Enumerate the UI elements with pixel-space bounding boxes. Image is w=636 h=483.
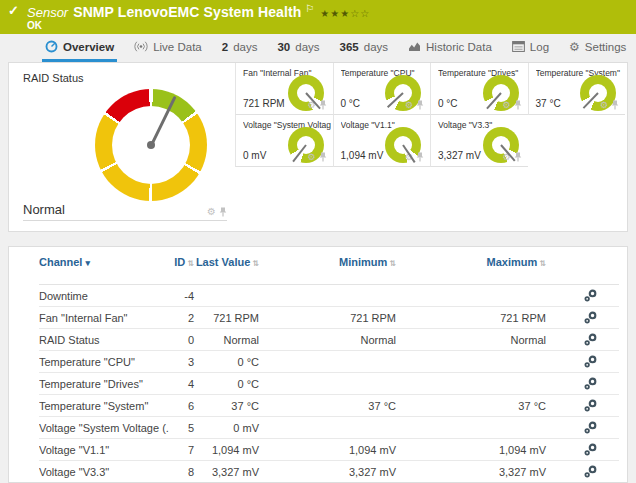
status-check-icon: ✓: [8, 3, 19, 18]
channel-settings-icon[interactable]: [584, 311, 597, 324]
gauge-value: 1,094 mV: [341, 150, 384, 161]
tab-label: Settings: [585, 41, 627, 53]
channel-table: Channel▾ ID⇅ Last Value⇅ Minimum⇅ Maximu…: [39, 247, 619, 483]
pin-icon[interactable]: [219, 207, 227, 217]
gauge-tile: Voltage "System Voltage (12...0 mV⚙: [235, 115, 333, 167]
pin-icon[interactable]: [319, 152, 327, 162]
gauge-value: 721 RPM: [243, 98, 285, 109]
cell-id: 8: [169, 466, 194, 478]
cell-channel[interactable]: Downtime: [39, 290, 169, 302]
table-row: Downtime-4: [39, 285, 619, 307]
raid-status-gauge: [95, 89, 207, 201]
channel-settings-icon[interactable]: [584, 333, 597, 346]
column-header-channel[interactable]: Channel▾: [39, 256, 169, 270]
cell-channel[interactable]: RAID Status: [39, 334, 169, 346]
cell-minimum: Normal: [259, 334, 396, 346]
sensor-title-line: SensorSNMP LenovoEMC System Health⚐★★★☆☆: [27, 3, 370, 21]
tab-number: 30: [277, 41, 290, 53]
channel-settings-icon[interactable]: [584, 289, 597, 302]
gauge-value: 37 °C: [536, 98, 561, 109]
cell-maximum: 721 RPM: [396, 312, 546, 324]
table-body: Downtime-4Fan "Internal Fan"2721 RPM721 …: [39, 285, 619, 483]
channel-settings-icon[interactable]: [584, 421, 597, 434]
cell-minimum: 1,094 mV: [259, 444, 396, 456]
channel-settings-icon[interactable]: [584, 399, 597, 412]
cell-maximum: 3,327 mV: [396, 466, 546, 478]
cell-last-value: Normal: [194, 334, 259, 346]
gauge-value: 0 °C: [341, 98, 361, 109]
gear-icon[interactable]: ⚙: [502, 101, 510, 110]
cell-channel[interactable]: Temperature "Drives": [39, 378, 169, 390]
raid-status-tile: RAID Status Normal ⚙: [9, 63, 235, 231]
tab-label: Historic Data: [426, 41, 492, 53]
raid-status-value: Normal: [23, 202, 65, 217]
pin-icon[interactable]: [611, 100, 619, 110]
tab-365-days[interactable]: 365days: [337, 34, 391, 62]
table-row: RAID Status0NormalNormalNormal: [39, 329, 619, 351]
tab-bar: OverviewLive Data2days30days365daysHisto…: [0, 34, 636, 62]
table-row: Temperature "System"637 °C37 °C37 °C: [39, 395, 619, 417]
column-header-id[interactable]: ID⇅: [169, 256, 194, 270]
pin-icon[interactable]: [416, 152, 424, 162]
cell-minimum: 3,327 mV: [259, 466, 396, 478]
gear-icon[interactable]: ⚙: [307, 153, 315, 162]
sort-icon: ⇅: [187, 259, 194, 268]
channel-settings-icon[interactable]: [584, 443, 597, 456]
channel-settings-icon[interactable]: [584, 465, 597, 478]
tab-label: days: [364, 41, 388, 53]
gauge-hub-icon: [147, 141, 155, 149]
cell-channel[interactable]: Fan "Internal Fan": [39, 312, 169, 324]
cell-last-value: 37 °C: [194, 400, 259, 412]
column-header-last-value[interactable]: Last Value⇅: [194, 256, 259, 270]
gear-icon[interactable]: ⚙: [405, 101, 413, 110]
cell-channel[interactable]: Temperature "CPU": [39, 356, 169, 368]
gauge-value: 3,327 mV: [438, 150, 481, 161]
column-header-maximum[interactable]: Maximum⇅: [396, 256, 546, 270]
overview-icon: [45, 40, 58, 53]
column-header-minimum[interactable]: Minimum⇅: [259, 256, 396, 270]
gauge-grid: Fan "Internal Fan"721 RPM⚙Temperature "C…: [235, 63, 625, 167]
gauge-value: 0 °C: [438, 98, 458, 109]
object-kind-label: Sensor: [27, 5, 68, 20]
cell-id: 0: [169, 334, 194, 346]
tab-live-data[interactable]: Live Data: [131, 34, 205, 62]
pin-icon[interactable]: [416, 100, 424, 110]
tab-2-days[interactable]: 2days: [219, 34, 261, 62]
tab-label: days: [295, 41, 319, 53]
channel-settings-icon[interactable]: [584, 355, 597, 368]
cell-channel[interactable]: Temperature "System": [39, 400, 169, 412]
tab-log[interactable]: Log: [509, 34, 552, 62]
tab-30-days[interactable]: 30days: [274, 34, 322, 62]
gear-icon[interactable]: ⚙: [207, 207, 216, 217]
channel-table-panel: Channel▾ ID⇅ Last Value⇅ Minimum⇅ Maximu…: [8, 246, 628, 483]
cell-id: 6: [169, 400, 194, 412]
empty-tile: [528, 115, 626, 167]
tab-settings[interactable]: ⚙Settings: [566, 34, 629, 62]
cell-channel[interactable]: Voltage "V1.1": [39, 444, 169, 456]
tab-label: Overview: [63, 41, 114, 53]
log-icon: [512, 41, 525, 52]
gauge-value: 0 mV: [243, 150, 266, 161]
cell-id: 5: [169, 422, 194, 434]
cell-last-value: 0 °C: [194, 378, 259, 390]
cell-channel[interactable]: Voltage "System Voltage (...: [39, 422, 169, 434]
flag-icon[interactable]: ⚐: [305, 3, 314, 14]
gauge-dial: [288, 75, 324, 111]
cell-id: 7: [169, 444, 194, 456]
gauge-tile-icons: ⚙: [600, 100, 619, 110]
gauge-tile: Temperature "System"37 °C⚙: [528, 63, 626, 115]
tab-historic-data[interactable]: Historic Data: [405, 34, 495, 62]
overview-panel: RAID Status Normal ⚙ Fan "Internal Fan"7…: [8, 62, 628, 232]
gauge-tile-icons: ⚙: [405, 100, 424, 110]
cell-channel[interactable]: Voltage "V3.3": [39, 466, 169, 478]
channel-settings-icon[interactable]: [584, 377, 597, 390]
settings-icon: ⚙: [569, 40, 580, 54]
gauge-tile-icons: ⚙: [502, 100, 521, 110]
pin-icon[interactable]: [514, 100, 522, 110]
tab-overview[interactable]: Overview: [42, 34, 117, 62]
sort-icon: ⇅: [252, 259, 259, 268]
tab-label: Live Data: [153, 41, 202, 53]
priority-stars[interactable]: ★★★☆☆: [320, 8, 370, 19]
gear-icon[interactable]: ⚙: [600, 101, 608, 110]
tab-label: Log: [530, 41, 549, 53]
